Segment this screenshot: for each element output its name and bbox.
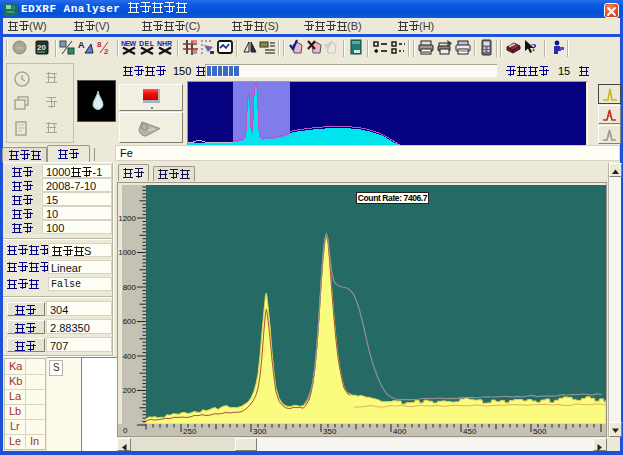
svg-text:8: 8 (97, 40, 102, 49)
svg-text:20: 20 (37, 43, 46, 52)
svg-text:NHR: NHR (157, 40, 172, 47)
svg-text:400: 400 (393, 427, 407, 436)
svg-text:?: ? (531, 41, 537, 53)
svg-text:450: 450 (463, 427, 477, 436)
svg-text:1200: 1200 (118, 214, 136, 223)
svg-text:300: 300 (253, 427, 267, 436)
svg-text:500: 500 (533, 427, 547, 436)
svg-text:1000: 1000 (118, 248, 136, 257)
svg-text:250: 250 (183, 427, 197, 436)
svg-text:200: 200 (123, 386, 137, 395)
svg-text:400: 400 (123, 352, 137, 361)
svg-text:800: 800 (123, 283, 137, 292)
svg-text:A: A (78, 40, 85, 50)
svg-text:2: 2 (104, 47, 109, 56)
svg-text:0: 0 (123, 426, 128, 435)
svg-text:600: 600 (123, 317, 137, 326)
svg-text:350: 350 (323, 427, 337, 436)
svg-text:NEW: NEW (121, 40, 136, 47)
svg-text:DEL: DEL (139, 40, 155, 47)
